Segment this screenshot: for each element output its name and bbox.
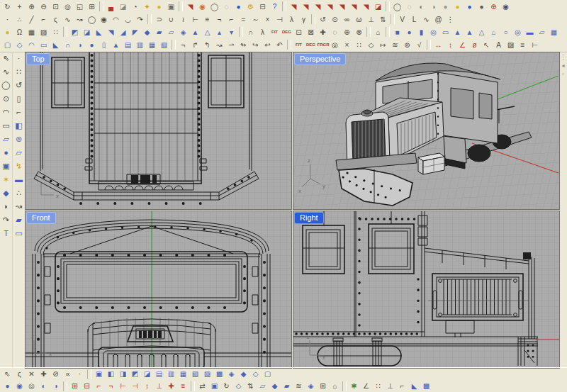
lock-toggle-icon[interactable]: ▣: [166, 1, 177, 12]
sphere-mesh-icon[interactable]: ◎: [26, 381, 38, 391]
bend-solid-icon[interactable]: ◇: [250, 369, 262, 379]
viewport-perspective[interactable]: z y x Perspective: [293, 52, 560, 210]
diamond-open-icon[interactable]: ◇: [366, 40, 377, 50]
mesh-box-icon[interactable]: ▦: [549, 27, 560, 38]
morph-box-icon[interactable]: ◈: [305, 381, 317, 391]
shell-lines-icon[interactable]: ▥: [135, 40, 146, 50]
close-curve-icon[interactable]: ∞: [342, 14, 353, 25]
cap-half-icon[interactable]: ◑: [74, 40, 86, 50]
help-icon[interactable]: ?: [269, 1, 281, 12]
mirror-transform-icon[interactable]: ⇅: [245, 381, 257, 391]
dome-icon[interactable]: ◠: [26, 40, 38, 50]
joint-cross-icon[interactable]: ×: [342, 40, 353, 50]
dim-vertical-icon[interactable]: ↕: [445, 40, 456, 50]
dim-ordinate-icon[interactable]: ⊢: [118, 381, 129, 391]
multipoint-icon[interactable]: ∴: [14, 14, 26, 25]
lead-curve-icon[interactable]: ↝: [214, 40, 225, 50]
point-toggle-icon[interactable]: ·: [74, 369, 86, 379]
solid-ellipsoid-icon[interactable]: ○: [500, 27, 512, 38]
freehand-curve-icon[interactable]: ς: [50, 14, 62, 25]
copy-transform-icon[interactable]: ▣: [209, 381, 220, 391]
corner-back-icon[interactable]: ↰: [202, 40, 213, 50]
plane-surface-icon[interactable]: ▱: [537, 27, 548, 38]
sphere-tool-icon[interactable]: ●: [1, 146, 12, 159]
pillow-solid-icon[interactable]: ▢: [2, 40, 13, 50]
rhino-open-icon[interactable]: ◥: [288, 1, 300, 12]
named-view-key-icon[interactable]: ✦: [142, 1, 153, 12]
curvature-analysis-icon[interactable]: ✱: [349, 381, 360, 391]
hatch-region-icon[interactable]: ▨: [505, 40, 517, 50]
surface-tool-icon[interactable]: ▱: [1, 133, 12, 146]
dim-radius-icon[interactable]: ø: [469, 40, 481, 50]
lightbulb-icon[interactable]: ●: [154, 1, 165, 12]
orbit-ring-icon[interactable]: ◎: [330, 40, 341, 50]
bool-union-icon[interactable]: ▣: [94, 369, 105, 379]
rotate-ccw-tool-icon[interactable]: ↺: [13, 79, 25, 92]
taper-solid-icon[interactable]: ▢: [262, 369, 274, 379]
wedge-icon[interactable]: ◣: [50, 40, 62, 50]
wave-surface-icon[interactable]: ≋: [390, 40, 401, 50]
gear-icon[interactable]: ⚙: [245, 1, 257, 12]
plane-tool-icon[interactable]: ▰: [13, 213, 25, 227]
redirect-icon[interactable]: ↪: [250, 40, 262, 50]
heightfield-icon[interactable]: ◈: [178, 27, 189, 38]
dim-vertical2-icon[interactable]: ⊟: [82, 381, 93, 391]
draft-angle-icon[interactable]: ∠: [361, 381, 372, 391]
solid-pyramid-icon[interactable]: △: [476, 27, 488, 38]
viewport-top-label[interactable]: Top: [26, 53, 50, 65]
extend-curve-icon[interactable]: ⊢: [190, 14, 201, 25]
origin-home-icon[interactable]: ⌂: [330, 381, 341, 391]
display-yellow-icon[interactable]: ●: [452, 1, 464, 12]
dim-stack-icon[interactable]: ≡: [178, 381, 189, 391]
solid-torus-icon[interactable]: ◎: [512, 27, 524, 38]
twist-solid-icon[interactable]: ◆: [238, 369, 249, 379]
spheres-tool-icon[interactable]: ⊚: [13, 133, 25, 146]
corner-tool-icon[interactable]: ⌐: [13, 106, 25, 119]
viewport-top[interactable]: x Top: [25, 52, 292, 210]
shade-view-icon[interactable]: ▄: [106, 1, 117, 12]
revolve-icon[interactable]: ◤: [130, 27, 141, 38]
insert-knot-icon[interactable]: ×: [262, 14, 274, 25]
rhino-notes-icon[interactable]: ◪: [373, 1, 384, 12]
tube-vertical-icon[interactable]: ▯: [99, 40, 110, 50]
slab-icon[interactable]: ▭: [38, 40, 50, 50]
fillet-curve-icon[interactable]: ¬: [214, 14, 225, 25]
undo-curve-icon[interactable]: ↶: [274, 40, 286, 50]
curvature-graph-icon[interactable]: γ: [298, 14, 310, 25]
chamfer-curve-icon[interactable]: ⌐: [226, 14, 237, 25]
vault-icon[interactable]: ∩: [62, 40, 74, 50]
explode-tool-icon[interactable]: ✶: [1, 173, 12, 186]
house-icon[interactable]: ⌂: [373, 27, 384, 38]
text-object-tool-icon[interactable]: T: [1, 227, 12, 240]
circle-points-icon[interactable]: ◉: [99, 14, 110, 25]
fillet-solid-tool-icon[interactable]: ◆: [1, 186, 12, 200]
rail-revolve-icon[interactable]: ◆: [142, 27, 153, 38]
join-tool-icon[interactable]: ⊘: [50, 369, 62, 379]
arch-surface-icon[interactable]: ∩: [245, 27, 257, 38]
leader-icon[interactable]: ↖: [481, 40, 493, 50]
direction-check-icon[interactable]: ◣: [409, 381, 420, 391]
handlebar-edit-icon[interactable]: ⊣: [274, 14, 286, 25]
surface-edge-icon[interactable]: ◪: [82, 27, 93, 38]
sweep-2rail-icon[interactable]: ◥: [106, 27, 117, 38]
rib-grid-icon[interactable]: ▦: [147, 40, 158, 50]
rhino-export-icon[interactable]: ◥: [325, 1, 336, 12]
lamp-icon[interactable]: Ω: [14, 27, 26, 38]
extract-surface-icon[interactable]: ▤: [154, 369, 165, 379]
solid-box-icon[interactable]: ■: [392, 27, 403, 38]
project-transform-icon[interactable]: ▰: [281, 381, 293, 391]
solid-cylinder-icon[interactable]: ▮: [416, 27, 427, 38]
rhino-import-icon[interactable]: ◥: [313, 1, 324, 12]
surface-3pt-icon[interactable]: ◩: [69, 27, 81, 38]
drape-icon[interactable]: ▱: [166, 27, 177, 38]
brick-texture-icon[interactable]: ▦: [26, 27, 38, 38]
bool-difference-icon[interactable]: ◧: [106, 369, 117, 379]
zoom-extents-icon[interactable]: ◱: [74, 1, 86, 12]
map-to-icon[interactable]: ↦: [378, 40, 389, 50]
mesh-tool-icon[interactable]: ▩: [421, 381, 432, 391]
corner-up-icon[interactable]: ↱: [190, 40, 201, 50]
grid-array-icon[interactable]: ⊞: [318, 381, 329, 391]
set-view-icon[interactable]: ◔: [130, 1, 141, 12]
dim-frgr-button[interactable]: FRGR: [318, 40, 329, 50]
triple-dot-tool-icon[interactable]: ∴: [13, 186, 25, 200]
